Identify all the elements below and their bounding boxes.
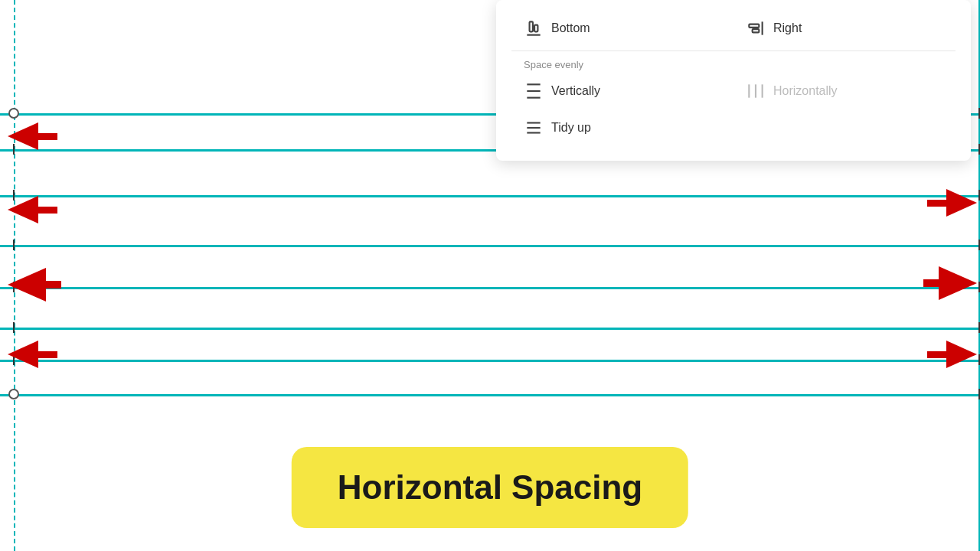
panel-divider — [511, 51, 956, 51]
right-icon — [746, 18, 766, 38]
tick-left-3 — [13, 240, 15, 250]
h-line-7 — [0, 360, 980, 362]
svg-rect-2 — [534, 25, 537, 32]
h-line-4 — [0, 245, 980, 247]
arrow-left-2 — [8, 196, 57, 223]
right-label: Right — [773, 21, 802, 35]
h-line-8 — [0, 394, 980, 396]
arrow-left-4 — [8, 341, 57, 368]
h-line-6 — [0, 328, 980, 330]
panel-row-align: Bottom Right — [511, 12, 956, 44]
bottom-label: Bottom — [551, 21, 590, 35]
label-text: Horizontal Spacing — [338, 468, 642, 506]
horizontally-label: Horizontally — [773, 84, 838, 98]
right-button[interactable]: Right — [733, 12, 956, 44]
svg-rect-4 — [749, 24, 759, 28]
circle-top-left — [8, 108, 19, 119]
h-line-3 — [0, 195, 980, 197]
svg-rect-5 — [753, 29, 760, 32]
panel-row-space: Vertically Horizontally — [511, 75, 956, 107]
arrow-left-1 — [8, 122, 57, 150]
arrow-right-2 — [923, 266, 977, 300]
arrow-right-1 — [927, 189, 977, 217]
bottom-icon — [524, 18, 544, 38]
vertically-label: Vertically — [551, 84, 600, 98]
vertically-button[interactable]: Vertically — [511, 75, 733, 107]
arrow-right-3 — [927, 341, 977, 368]
tidyup-label: Tidy up — [551, 121, 591, 135]
panel-row-tidyup: Tidy up — [511, 112, 956, 144]
tick-left-5 — [13, 322, 15, 333]
arrow-left-3 — [8, 268, 61, 302]
space-section-label: Space evenly — [524, 59, 943, 70]
horizontally-icon — [746, 81, 766, 101]
h-line-5 — [0, 287, 980, 289]
tidyup-icon — [524, 118, 544, 138]
bottom-button[interactable]: Bottom — [511, 12, 733, 44]
svg-rect-1 — [530, 21, 533, 31]
alignment-panel: Bottom Right Space evenly — [496, 0, 971, 161]
horizontally-button[interactable]: Horizontally — [733, 75, 956, 107]
tidyup-button[interactable]: Tidy up — [511, 112, 956, 144]
label-box: Horizontal Spacing — [292, 447, 688, 528]
vertically-icon — [524, 81, 544, 101]
circle-bottom-left — [8, 389, 19, 399]
